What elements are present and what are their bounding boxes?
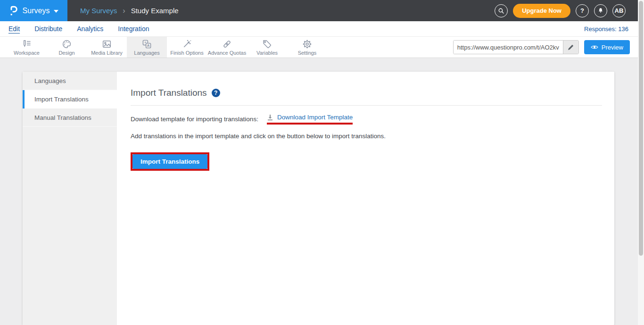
workspace-icon [22, 39, 32, 49]
toolbar-item-settings[interactable]: Settings [287, 37, 327, 58]
divider [131, 105, 602, 106]
toolbar-item-label: Workspace [14, 50, 40, 56]
page-title: Import Translations [131, 88, 207, 98]
languages-sidebar: Languages Import Translations Manual Tra… [23, 72, 117, 325]
preview-label: Preview [602, 44, 623, 51]
toolbar-item-finish-options[interactable]: Finish Options [167, 37, 207, 58]
download-template-row: Download template for importing translat… [131, 114, 602, 125]
download-icon [267, 114, 273, 121]
tab-analytics[interactable]: Analytics [77, 25, 103, 33]
toolbar-item-design[interactable]: Design [47, 37, 87, 58]
help-button[interactable]: ? [576, 4, 589, 17]
toolbar-item-languages[interactable]: * A Languages [127, 37, 167, 58]
question-mark-icon: ? [214, 90, 217, 96]
survey-url-box [453, 40, 579, 54]
toolbar-item-label: Variables [256, 50, 278, 56]
search-button[interactable] [495, 4, 508, 17]
annotation-underline: Download Import Template [267, 114, 353, 125]
preview-button[interactable]: Preview [584, 40, 630, 54]
languages-icon: * A [142, 39, 152, 49]
page-body: Languages Import Translations Manual Tra… [0, 58, 638, 325]
tab-integration[interactable]: Integration [118, 25, 149, 33]
edit-toolbar: Workspace Design [0, 37, 638, 58]
variables-icon [262, 39, 272, 49]
tab-distribute[interactable]: Distribute [34, 25, 62, 33]
product-name: Surveys [23, 7, 50, 15]
upgrade-now-button[interactable]: Upgrade Now [513, 4, 570, 18]
search-icon [498, 8, 504, 14]
breadcrumb-current: Study Example [131, 7, 179, 15]
finish-options-icon [182, 39, 192, 49]
pencil-icon [568, 44, 574, 50]
app-window: Surveys My Surveys › Study Example Upgra… [0, 0, 638, 325]
avatar-initials: AB [615, 7, 624, 14]
survey-url-input[interactable] [454, 41, 563, 54]
breadcrumb-my-surveys[interactable]: My Surveys [80, 7, 117, 15]
toolbar-item-advance-quotas[interactable]: Advance Quotas [207, 37, 247, 58]
toolbar-item-label: Design [58, 50, 74, 56]
toolbar-right: Preview [453, 40, 630, 54]
download-template-label: Download template for importing translat… [131, 116, 258, 123]
notifications-button[interactable] [594, 4, 607, 17]
toolbar-item-label: Settings [298, 50, 317, 56]
eye-icon [591, 45, 598, 50]
import-translations-button[interactable]: Import Translations [132, 154, 207, 169]
sidebar-item-languages[interactable]: Languages [23, 72, 117, 90]
question-mark-icon: ? [580, 7, 584, 14]
responses-count[interactable]: Responses: 136 [584, 25, 628, 33]
download-import-template-link[interactable]: Download Import Template [277, 114, 353, 121]
toolbar-item-variables[interactable]: Variables [247, 37, 287, 58]
toolbar-item-label: Finish Options [170, 50, 203, 56]
toolbar-item-label: Advance Quotas [208, 50, 246, 56]
bell-icon [597, 7, 604, 14]
toolbar-item-label: Languages [134, 50, 159, 56]
advance-quotas-icon [222, 39, 232, 49]
title-help-button[interactable]: ? [212, 89, 220, 97]
import-translations-panel: Import Translations ? Download template … [117, 72, 614, 325]
annotation-box: Import Translations [131, 152, 209, 171]
topbar-actions: Upgrade Now ? AB [495, 4, 638, 18]
sidebar-item-import-translations[interactable]: Import Translations [23, 90, 117, 108]
sidebar-item-manual-translations[interactable]: Manual Translations [23, 108, 117, 127]
chevron-down-icon [54, 10, 58, 13]
chevron-right-icon: › [123, 7, 125, 15]
panel-title-row: Import Translations ? [131, 88, 602, 98]
toolbar-item-label: Media Library [91, 50, 123, 56]
settings-icon [302, 39, 312, 49]
questionpro-logo [9, 5, 18, 17]
edit-url-button[interactable] [563, 41, 578, 54]
tab-edit[interactable]: Edit [8, 25, 20, 33]
topbar: Surveys My Surveys › Study Example Upgra… [0, 0, 638, 21]
survey-nav: Edit Distribute Analytics Integration Re… [0, 21, 638, 37]
instruction-text: Add translations in the import template … [131, 133, 602, 140]
toolbar-item-workspace[interactable]: Workspace [7, 37, 47, 58]
toolbar-item-media-library[interactable]: Media Library [87, 37, 127, 58]
svg-text:A: A [147, 43, 150, 48]
avatar[interactable]: AB [612, 4, 626, 17]
media-library-icon [102, 39, 112, 49]
vertical-scrollbar[interactable] [638, 0, 644, 325]
product-switcher[interactable]: Surveys [0, 0, 67, 21]
languages-card: Languages Import Translations Manual Tra… [23, 72, 614, 325]
scrollbar-thumb[interactable] [639, 1, 643, 256]
breadcrumb: My Surveys › Study Example [80, 7, 179, 15]
design-icon [62, 39, 72, 49]
